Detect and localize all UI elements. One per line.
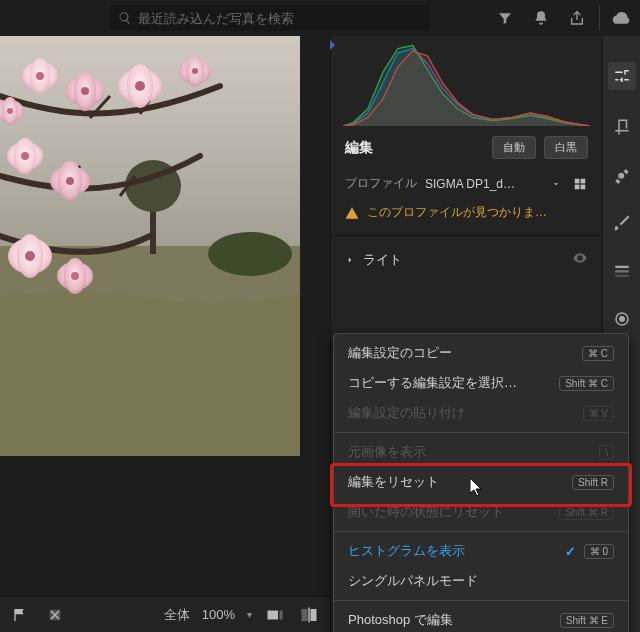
- menu-reset-edits[interactable]: 編集をリセット Shift R: [334, 467, 628, 497]
- compare-icon[interactable]: [298, 604, 320, 626]
- image-canvas[interactable]: [0, 36, 300, 456]
- svg-point-23: [66, 177, 74, 185]
- menu-copy-settings[interactable]: 編集設定のコピー ⌘ C: [334, 338, 628, 368]
- svg-rect-45: [311, 609, 317, 621]
- bw-button[interactable]: 白黒: [544, 136, 588, 159]
- svg-rect-43: [280, 610, 283, 619]
- menu-photoshop-edit[interactable]: Photoshop で編集 Shift ⌘ E: [334, 605, 628, 632]
- svg-point-26: [25, 251, 35, 261]
- chevron-down-icon[interactable]: [548, 176, 564, 192]
- eye-icon[interactable]: [572, 250, 588, 269]
- divider: [334, 600, 628, 601]
- context-menu: 編集設定のコピー ⌘ C コピーする編集設定を選択… Shift ⌘ C 編集設…: [333, 333, 629, 632]
- histogram: [331, 36, 602, 126]
- menu-label: ヒストグラムを表示: [348, 542, 465, 560]
- auto-button[interactable]: 自動: [492, 136, 536, 159]
- svg-rect-33: [615, 266, 629, 268]
- light-section[interactable]: ライト: [331, 235, 602, 283]
- kbd: Shift R: [572, 475, 614, 490]
- brush-icon[interactable]: [611, 212, 633, 234]
- menu-paste: 編集設定の貼り付け ⌘ V: [334, 398, 628, 428]
- view-mode-icon[interactable]: [264, 604, 286, 626]
- radial-icon[interactable]: [611, 308, 633, 330]
- bell-icon[interactable]: [523, 0, 559, 36]
- menu-label: 編集設定の貼り付け: [348, 404, 465, 422]
- menu-label: 開いた時の状態にリセット: [348, 503, 504, 521]
- warning-text: このプロファイルが見つかりま…: [367, 204, 547, 221]
- svg-rect-42: [268, 610, 279, 619]
- menu-reset-to-open: 開いた時の状態にリセット Shift ⌘ R: [334, 497, 628, 527]
- menu-label: 元画像を表示: [348, 443, 426, 461]
- menu-show-histogram[interactable]: ヒストグラムを表示 ✓ ⌘ 0: [334, 536, 628, 566]
- top-bar: [0, 0, 640, 36]
- profile-value: SIGMA DP1_d…: [425, 177, 540, 191]
- kbd: Shift ⌘ E: [560, 613, 614, 628]
- menu-label: 編集をリセット: [348, 473, 439, 491]
- menu-copy-select[interactable]: コピーする編集設定を選択… Shift ⌘ C: [334, 368, 628, 398]
- svg-rect-44: [302, 609, 308, 621]
- menu-label: シングルパネルモード: [348, 572, 478, 590]
- divider: [334, 531, 628, 532]
- svg-rect-46: [308, 607, 310, 622]
- profile-warning: このプロファイルが見つかりま…: [331, 198, 602, 235]
- svg-point-20: [21, 152, 29, 160]
- menu-label: 編集設定のコピー: [348, 344, 452, 362]
- check-icon: ✓: [565, 544, 576, 559]
- svg-rect-40: [575, 184, 580, 189]
- svg-rect-41: [581, 184, 586, 189]
- filter-icon[interactable]: [487, 0, 523, 36]
- heal-icon[interactable]: [611, 164, 633, 186]
- chevron-down-icon[interactable]: ▾: [247, 609, 252, 620]
- search-field[interactable]: [110, 5, 430, 31]
- top-icons: [487, 0, 640, 36]
- chevron-right-icon: [345, 255, 355, 265]
- svg-rect-38: [575, 178, 580, 183]
- search-input[interactable]: [138, 11, 422, 26]
- svg-point-37: [619, 317, 624, 322]
- kbd: \: [599, 445, 614, 460]
- search-icon: [118, 11, 132, 25]
- svg-point-8: [36, 72, 44, 80]
- profile-row[interactable]: プロファイル SIGMA DP1_d…: [331, 169, 602, 198]
- menu-label: コピーする編集設定を選択…: [348, 374, 517, 392]
- flag-icon[interactable]: [10, 604, 32, 626]
- svg-point-17: [192, 68, 198, 74]
- kbd: ⌘ 0: [584, 544, 614, 559]
- gradient-icon[interactable]: [611, 260, 633, 282]
- svg-rect-35: [615, 275, 629, 277]
- svg-point-11: [81, 87, 89, 95]
- crop-icon[interactable]: [611, 116, 633, 138]
- svg-point-29: [71, 272, 79, 280]
- svg-rect-34: [615, 270, 629, 272]
- grid-icon[interactable]: [572, 176, 588, 192]
- zoom-value[interactable]: 100%: [202, 607, 235, 622]
- warning-icon: [345, 206, 359, 220]
- divider: [334, 432, 628, 433]
- svg-point-32: [7, 108, 13, 114]
- kbd: Shift ⌘ R: [559, 505, 614, 520]
- light-label: ライト: [363, 251, 402, 269]
- kbd: ⌘ V: [583, 406, 614, 421]
- cloud-icon[interactable]: [604, 0, 640, 36]
- edit-header: 編集 自動 白黒: [331, 126, 602, 169]
- sliders-icon[interactable]: [608, 62, 636, 90]
- menu-label: Photoshop で編集: [348, 611, 453, 629]
- share-icon[interactable]: [559, 0, 595, 36]
- reject-icon[interactable]: [44, 604, 66, 626]
- bottom-bar: 全体 100% ▾: [0, 596, 330, 632]
- menu-single-panel[interactable]: シングルパネルモード: [334, 566, 628, 596]
- separator: [599, 6, 600, 30]
- kbd: Shift ⌘ C: [559, 376, 614, 391]
- edit-title: 編集: [345, 139, 484, 157]
- profile-label: プロファイル: [345, 175, 417, 192]
- menu-show-original: 元画像を表示 \: [334, 437, 628, 467]
- kbd: ⌘ C: [582, 346, 614, 361]
- svg-rect-39: [581, 178, 586, 183]
- svg-point-14: [135, 81, 145, 91]
- svg-point-5: [208, 232, 292, 276]
- zoom-scope[interactable]: 全体: [164, 606, 190, 624]
